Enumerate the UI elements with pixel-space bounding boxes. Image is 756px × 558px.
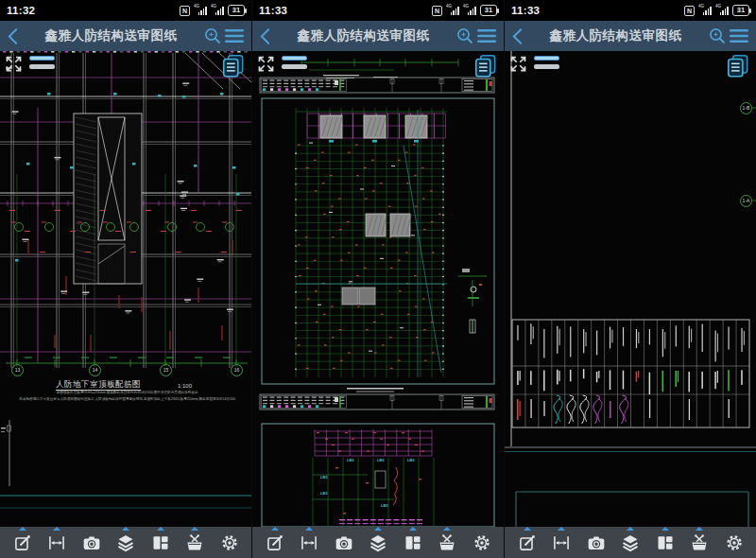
search-button[interactable] (204, 27, 221, 44)
toolbar-settings-button[interactable] (722, 531, 747, 555)
stitched-screenshots: 11:32 N 4G 4G 31 鑫雅人防结构送审图纸 人防地下室顶板配筋图 1… (0, 0, 756, 558)
page-title: 鑫雅人防结构送审图纸 (526, 27, 705, 44)
status-icons: N 4G 4G 31 (684, 5, 749, 16)
menu-button[interactable] (225, 28, 244, 44)
toolbar-layers-button[interactable] (618, 531, 643, 555)
page-title: 鑫雅人防结构送审图纸 (22, 27, 200, 44)
search-button[interactable] (456, 27, 473, 44)
status-bar: 11:33 N 4G 4G 31 (505, 0, 756, 21)
axis-bubble: 16 (231, 364, 243, 376)
bottom-toolbar (252, 527, 504, 558)
sheet-list-button[interactable] (220, 53, 247, 83)
axis-bubble: 1-B (740, 102, 752, 114)
axis-bubble: 1-A (740, 195, 752, 207)
page-title: 鑫雅人防结构送审图纸 (274, 27, 453, 44)
title-bar: 鑫雅人防结构送审图纸 (252, 21, 504, 51)
toolbar-camera-button[interactable] (79, 531, 104, 555)
toolbar-edit-button[interactable] (515, 531, 540, 555)
layers-icon (116, 533, 135, 552)
drawing-note: 本图楼板标注板厚均为h=250mm,楼板配筋未注明均为Φ14@200,图中未注明… (5, 391, 249, 394)
title-bar: 鑫雅人防结构送审图纸 (0, 21, 251, 51)
toolbar-layers-button[interactable] (113, 531, 138, 555)
sheet-list-button[interactable] (725, 53, 751, 83)
toolbar-measure-button[interactable] (549, 531, 574, 555)
phone-panel-2: 11:33 N 4G 4G 31 鑫雅人防结构送审图纸 LB5 LB5 LB5 … (251, 0, 504, 558)
slab-label: LB5 (320, 492, 328, 496)
fullscreen-button[interactable] (508, 54, 528, 78)
expand-arrow-icon (305, 527, 313, 531)
toolbar-camera-button[interactable] (584, 531, 609, 555)
phone-panel-3: 11:33 N 4G 4G 31 鑫雅人防结构送审图纸 1-B 1-A (504, 0, 756, 558)
layout-icon (656, 533, 675, 552)
drawing-canvas[interactable] (252, 51, 504, 527)
drawing-title: 人防地下室顶板配筋图 (26, 379, 170, 391)
measure-icon (300, 533, 318, 552)
expand-arrow-icon (19, 527, 26, 531)
cad-viewport[interactable]: LB5 LB5 LB5 LB5 LB5 LB5 (252, 51, 504, 527)
status-icons: N 4G 4G 31 (432, 5, 497, 16)
toolbar-measure-button[interactable] (44, 531, 69, 555)
search-button[interactable] (709, 27, 726, 44)
expand-arrow-icon (122, 527, 129, 531)
expand-arrow-icon (157, 527, 164, 531)
layout-tabs-indicator[interactable] (282, 56, 307, 69)
cad-viewport[interactable]: 人防地下室顶板配筋图 1:100 本图楼板标注板厚均为h=250mm,楼板配筋未… (0, 51, 251, 527)
toolbar-layout-button[interactable] (401, 531, 425, 555)
toolbar-measure-button[interactable] (297, 531, 321, 555)
battery-indicator: 31 (480, 5, 497, 16)
layout-icon (151, 533, 170, 552)
expand-arrow-icon (696, 527, 703, 531)
expand-arrow-icon (191, 527, 198, 531)
toolbar-camera-button[interactable] (332, 531, 356, 555)
camera-icon (335, 533, 353, 552)
toolbar-toolbox-button[interactable] (182, 531, 207, 555)
layout-tabs-indicator[interactable] (534, 56, 559, 69)
settings-icon (472, 533, 491, 552)
signal-icon: 4G (211, 5, 224, 16)
clock: 11:33 (511, 5, 540, 16)
bottom-toolbar (505, 527, 756, 558)
toolbar-layers-button[interactable] (366, 531, 390, 555)
layers-icon (621, 533, 640, 552)
menu-button[interactable] (477, 28, 496, 44)
toolbar-edit-button[interactable] (263, 531, 287, 555)
layout-icon (404, 533, 422, 552)
clock: 11:32 (7, 5, 35, 16)
toolbar-edit-button[interactable] (10, 531, 35, 555)
fullscreen-button[interactable] (256, 54, 276, 78)
clock: 11:33 (259, 5, 287, 16)
phone-panel-1: 11:32 N 4G 4G 31 鑫雅人防结构送审图纸 人防地下室顶板配筋图 1… (0, 0, 251, 558)
title-bar: 鑫雅人防结构送审图纸 (505, 21, 756, 51)
toolbar-toolbox-button[interactable] (687, 531, 712, 555)
axis-bubble: 14 (89, 364, 101, 376)
menu-button[interactable] (730, 28, 748, 44)
expand-arrow-icon (409, 527, 417, 531)
cad-viewport[interactable]: 1-B 1-A (505, 51, 756, 527)
toolbox-icon (690, 533, 709, 552)
layout-tabs-indicator[interactable] (29, 56, 55, 69)
signal-icon: 4G (446, 5, 459, 16)
axis-bubble: 13 (11, 364, 24, 376)
nfc-icon: N (180, 6, 190, 16)
toolbar-settings-button[interactable] (217, 531, 242, 555)
back-button[interactable] (512, 27, 523, 45)
signal-icon: 4G (698, 5, 712, 16)
drawing-scale: 1:100 (178, 383, 192, 389)
fullscreen-button[interactable] (4, 54, 24, 78)
nfc-icon: N (432, 6, 442, 16)
toolbar-settings-button[interactable] (470, 531, 494, 555)
back-button[interactable] (8, 27, 18, 45)
toolbar-layout-button[interactable] (653, 531, 678, 555)
signal-icon: 4G (194, 5, 207, 16)
toolbox-icon (438, 533, 456, 552)
toolbar-toolbox-button[interactable] (435, 531, 459, 555)
edit-icon (518, 533, 537, 552)
edit-icon (13, 533, 32, 552)
status-icons: N 4G 4G 31 (180, 5, 245, 16)
drawing-canvas[interactable] (0, 51, 251, 527)
back-button[interactable] (260, 27, 270, 45)
sheet-list-button[interactable] (472, 53, 499, 83)
drawing-canvas[interactable] (505, 51, 756, 527)
toolbar-layout-button[interactable] (148, 531, 173, 555)
status-bar: 11:32 N 4G 4G 31 (0, 0, 251, 21)
